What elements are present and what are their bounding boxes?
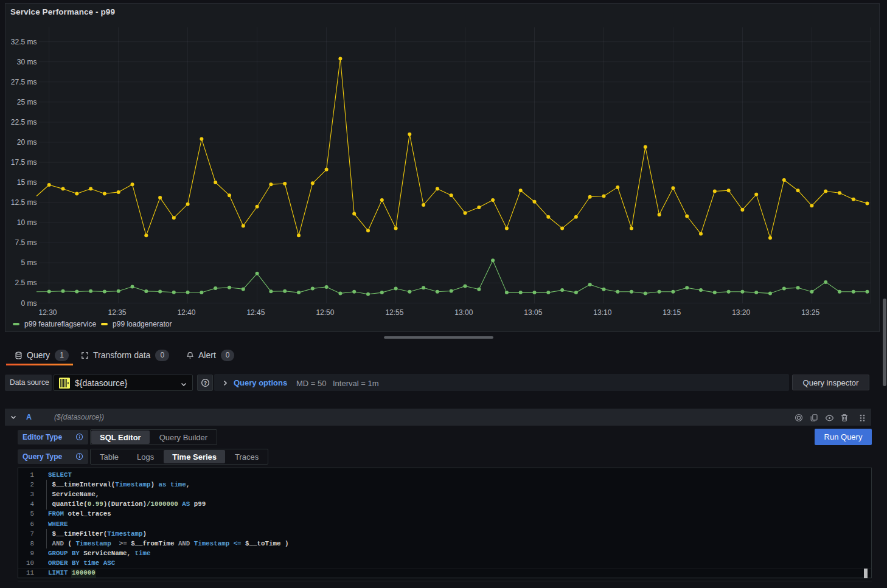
svg-text:20 ms: 20 ms bbox=[17, 138, 37, 147]
svg-text:12:55: 12:55 bbox=[385, 308, 403, 317]
svg-text:15 ms: 15 ms bbox=[17, 178, 37, 187]
svg-text:32.5 ms: 32.5 ms bbox=[11, 38, 37, 46]
svg-text:5 ms: 5 ms bbox=[21, 258, 37, 267]
svg-text:12:50: 12:50 bbox=[316, 308, 334, 317]
svg-text:12.5 ms: 12.5 ms bbox=[11, 198, 37, 207]
svg-text:25 ms: 25 ms bbox=[17, 98, 37, 106]
svg-text:12:40: 12:40 bbox=[177, 308, 195, 317]
svg-text:2.5 ms: 2.5 ms bbox=[15, 278, 37, 287]
svg-text:22.5 ms: 22.5 ms bbox=[11, 118, 37, 126]
svg-text:13:15: 13:15 bbox=[663, 308, 681, 317]
svg-text:13:25: 13:25 bbox=[801, 308, 819, 317]
svg-text:13:10: 13:10 bbox=[593, 308, 611, 317]
svg-text:0 ms: 0 ms bbox=[21, 299, 37, 308]
svg-text:10 ms: 10 ms bbox=[17, 218, 37, 227]
svg-text:13:00: 13:00 bbox=[454, 308, 473, 317]
svg-text:?: ? bbox=[203, 380, 206, 386]
svg-text:27.5 ms: 27.5 ms bbox=[11, 78, 37, 86]
svg-text:12:45: 12:45 bbox=[246, 308, 265, 317]
svg-text:12:30: 12:30 bbox=[38, 308, 57, 317]
svg-text:13:20: 13:20 bbox=[732, 308, 750, 317]
svg-text:12:35: 12:35 bbox=[108, 308, 126, 317]
svg-text:30 ms: 30 ms bbox=[17, 58, 37, 66]
svg-text:17.5 ms: 17.5 ms bbox=[11, 158, 37, 167]
svg-text:7.5 ms: 7.5 ms bbox=[15, 238, 37, 247]
svg-text:13:05: 13:05 bbox=[524, 308, 542, 317]
